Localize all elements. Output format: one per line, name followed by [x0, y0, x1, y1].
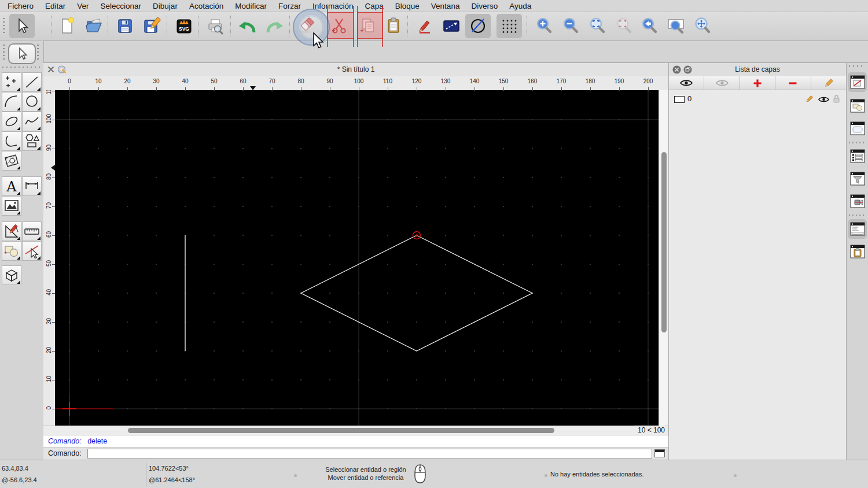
- selection-tool-button[interactable]: [9, 14, 35, 38]
- command-input[interactable]: [87, 449, 652, 459]
- horizontal-scrollbar[interactable]: [43, 426, 668, 435]
- drawing-canvas[interactable]: [55, 90, 659, 426]
- save-button[interactable]: [112, 14, 138, 38]
- palette-drag-handle[interactable]: [3, 45, 5, 60]
- grid-dot: [214, 264, 215, 265]
- edit-layer-button[interactable]: [811, 76, 846, 90]
- paste-button[interactable]: [381, 14, 406, 38]
- undo-button[interactable]: [235, 14, 260, 38]
- tool-text[interactable]: A: [2, 176, 21, 196]
- remove-layer-button[interactable]: [775, 76, 811, 90]
- menu-item-ventana[interactable]: Ventana: [425, 2, 466, 10]
- draw-attributes-button[interactable]: [412, 14, 437, 38]
- tool-measure[interactable]: [22, 221, 42, 241]
- toolbar-drag-handle[interactable]: [3, 18, 5, 34]
- tool-spline[interactable]: [22, 112, 42, 131]
- grid-dot: [532, 206, 533, 207]
- h-ruler-label: 200: [641, 78, 656, 84]
- menu-item-bloque[interactable]: Bloque: [389, 2, 425, 10]
- menu-item-modificar[interactable]: Modificar: [229, 2, 273, 10]
- palette-handle-dots[interactable]: [2, 66, 41, 68]
- grid-dot: [300, 235, 301, 236]
- v-ruler-label: 50: [46, 256, 52, 271]
- dock-strip-handle[interactable]: [849, 65, 865, 67]
- menu-item-fichero[interactable]: Fichero: [8, 2, 39, 10]
- redo-button[interactable]: [262, 14, 287, 38]
- add-layer-button[interactable]: [740, 76, 775, 90]
- zoom-window-button[interactable]: [663, 14, 689, 38]
- grid-dot: [416, 293, 417, 294]
- horizontal-scrollbar-thumb[interactable]: [128, 428, 554, 433]
- zoom-auto-button[interactable]: [584, 14, 610, 38]
- toolbar-separator: [198, 16, 198, 36]
- dock-clipboard-button[interactable]: [848, 242, 867, 261]
- grid-dot: [619, 379, 620, 380]
- menu-item-ayuda[interactable]: Ayuda: [503, 2, 537, 10]
- annotation-red-box-copy: [357, 12, 383, 39]
- dock-command-line-button[interactable]: [848, 219, 867, 239]
- library-window-icon: [850, 121, 865, 135]
- grid-dot: [619, 235, 620, 236]
- zoom-selection-button[interactable]: [611, 14, 637, 38]
- tool-blocks[interactable]: [2, 241, 21, 261]
- tool-hatch[interactable]: [2, 151, 21, 171]
- h-ruler-label: 110: [380, 78, 395, 84]
- tool-ellipse[interactable]: [2, 112, 21, 131]
- layer-visible-eye-icon[interactable]: [818, 96, 829, 103]
- dock-viewport-button[interactable]: [848, 191, 867, 211]
- save-as-button[interactable]: [139, 14, 164, 38]
- open-file-button[interactable]: [81, 14, 106, 38]
- menu-item-editar[interactable]: Editar: [39, 2, 71, 10]
- circle-slash-button[interactable]: [465, 14, 491, 38]
- menu-item-capa[interactable]: Capa: [359, 2, 389, 10]
- menu-item-dibujar[interactable]: Dibujar: [147, 2, 183, 10]
- grid-toggle-button[interactable]: [496, 14, 522, 38]
- dock-property-list-button[interactable]: [848, 146, 867, 166]
- vertical-scrollbar[interactable]: [659, 90, 668, 426]
- menu-item-diverso[interactable]: Diverso: [465, 2, 503, 10]
- paste-clipboard-icon: [383, 16, 404, 36]
- zoom-auto-icon: [587, 16, 607, 36]
- tool-select-entity[interactable]: [22, 241, 42, 261]
- tool-modify[interactable]: [2, 221, 21, 241]
- palette-back-arrow-button[interactable]: [8, 43, 36, 64]
- tool-solid-3d[interactable]: [2, 265, 21, 285]
- grid-dot: [98, 90, 99, 91]
- dock-selection-filter-button[interactable]: [848, 169, 867, 188]
- tool-dimension[interactable]: [22, 176, 42, 196]
- mouse-icon: [413, 464, 427, 485]
- layer-lock-icon[interactable]: [833, 94, 840, 103]
- new-file-button[interactable]: [54, 14, 80, 38]
- detection-rectangle-button[interactable]: [439, 14, 464, 38]
- zoom-previous-button[interactable]: [637, 14, 662, 38]
- zoom-in-button[interactable]: [531, 14, 557, 38]
- tool-polyline[interactable]: [2, 131, 21, 151]
- tool-image[interactable]: [2, 196, 21, 216]
- layer-row[interactable]: 0: [669, 93, 846, 105]
- grid-dot: [474, 293, 475, 294]
- circle-slash-icon: [468, 16, 488, 36]
- print-preview-button[interactable]: [203, 14, 228, 38]
- detach-command-line-button[interactable]: [654, 449, 665, 457]
- show-all-layers-button[interactable]: [669, 76, 704, 90]
- tool-circle[interactable]: [22, 92, 42, 112]
- zoom-pan-icon: [693, 16, 712, 36]
- menu-item-acotación[interactable]: Acotación: [183, 2, 229, 10]
- palette-drag-handle[interactable]: [37, 45, 39, 60]
- hide-all-layers-button[interactable]: [704, 76, 740, 90]
- tool-line[interactable]: [22, 72, 42, 92]
- zoom-out-button[interactable]: [558, 14, 583, 38]
- tool-arc[interactable]: [2, 92, 21, 112]
- svg-export-button[interactable]: SVG: [171, 14, 197, 38]
- status-separator-dot: [294, 474, 297, 477]
- tool-shapes[interactable]: [22, 131, 42, 151]
- dock-layer-list-button[interactable]: [848, 72, 867, 92]
- tool-points[interactable]: [2, 72, 21, 92]
- menu-item-seleccionar[interactable]: Seleccionar: [95, 2, 148, 10]
- dock-block-list-button[interactable]: [848, 96, 867, 116]
- edit-pencil-icon[interactable]: [805, 95, 814, 103]
- vertical-scrollbar-thumb[interactable]: [661, 152, 667, 332]
- dock-library-browser-button[interactable]: [848, 119, 867, 138]
- menu-item-ver[interactable]: Ver: [71, 2, 94, 10]
- zoom-pan-button[interactable]: [690, 14, 715, 38]
